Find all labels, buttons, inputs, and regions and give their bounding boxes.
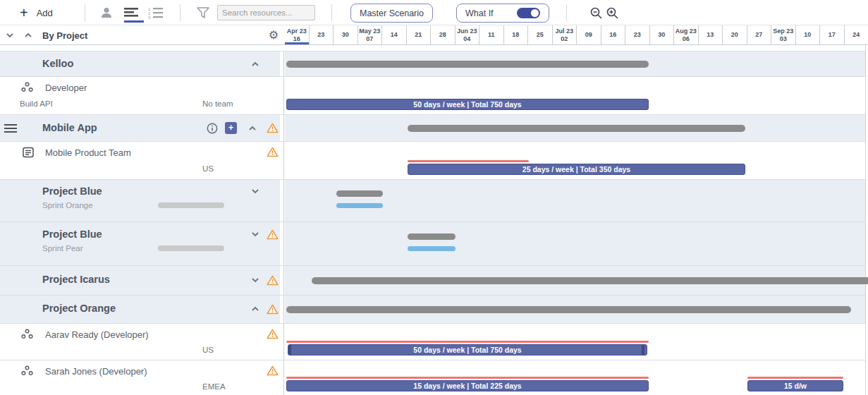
row-developer-left: Developer Build API No team: [0, 77, 280, 114]
master-scenario-label: Master Scenario: [360, 8, 424, 18]
panel-boundary: [280, 296, 285, 323]
warning-icon[interactable]: [267, 123, 279, 136]
summary-bar[interactable]: [408, 233, 456, 240]
gantt-bar-label: 15 days / week | Total 225 days: [413, 382, 521, 390]
timeline-column[interactable]: 30: [333, 25, 357, 44]
timeline-column[interactable]: 11: [479, 25, 503, 44]
timeline-column[interactable]: Apr 2316: [285, 25, 309, 44]
column-month-label: Aug 23: [676, 28, 697, 35]
timeline-column[interactable]: 23: [625, 25, 649, 44]
row-project-blue-orange[interactable]: Project Blue Sprint Orange: [0, 179, 868, 221]
add-to-project-button[interactable]: +: [225, 122, 237, 134]
warning-icon[interactable]: [267, 329, 279, 342]
warning-icon[interactable]: [267, 365, 279, 379]
timeline-column[interactable]: 13: [698, 25, 723, 44]
what-if-toggle[interactable]: [517, 8, 540, 18]
timeline-column[interactable]: 10: [795, 25, 820, 44]
timeline-column[interactable]: 20: [722, 25, 747, 44]
panel-boundary: [280, 222, 285, 265]
zoom-out-button[interactable]: [589, 0, 603, 25]
row-mobile-app[interactable]: Mobile App +: [0, 114, 868, 141]
timeline-column[interactable]: Aug 2306: [673, 25, 698, 44]
master-scenario-button[interactable]: Master Scenario: [350, 4, 433, 23]
row-project-orange[interactable]: Project Orange: [0, 295, 868, 323]
timeline-column[interactable]: 27: [747, 25, 771, 44]
column-month-label: Apr 23: [287, 28, 307, 35]
collapse-all-button[interactable]: [24, 32, 32, 38]
row-project-blue-pear[interactable]: Project Blue Sprint Pear: [0, 221, 868, 265]
timeline-column[interactable]: May 2307: [357, 25, 382, 44]
timeline-column[interactable]: 25: [527, 25, 552, 44]
warning-icon[interactable]: [267, 229, 279, 243]
timeline-column[interactable]: 09: [576, 25, 601, 44]
search-input[interactable]: [217, 5, 315, 20]
warning-icon[interactable]: [267, 304, 279, 317]
row-developer[interactable]: Developer Build API No team 50 days / we…: [0, 76, 868, 114]
collapse-group-button[interactable]: [251, 61, 259, 67]
info-button[interactable]: [207, 123, 218, 134]
column-day-label: 07: [366, 35, 373, 42]
summary-bar[interactable]: [312, 277, 868, 284]
row-project-icarus[interactable]: Project Icarus: [0, 265, 868, 295]
collapse-group-button[interactable]: [248, 126, 257, 131]
panel-boundary: [280, 25, 285, 44]
timeline-column[interactable]: 17: [819, 25, 844, 44]
timeline-column[interactable]: Sep 2303: [771, 25, 795, 44]
summary-bar[interactable]: [408, 125, 745, 132]
progress-bar: [158, 202, 224, 208]
warning-icon[interactable]: [267, 147, 279, 160]
what-if-button[interactable]: What If: [456, 4, 549, 23]
expand-group-button[interactable]: [251, 188, 259, 194]
resource-view-button[interactable]: [99, 0, 114, 25]
row-aarav[interactable]: Aarav Ready (Developer) US 50 days / wee…: [0, 323, 868, 360]
row-sarah[interactable]: Sarah Jones (Developer) EMEA 15 days / w…: [0, 360, 868, 395]
plus-icon: +: [20, 6, 28, 20]
column-day-label: 11: [488, 31, 495, 38]
timeline-column[interactable]: 21: [406, 25, 431, 44]
timeline-column[interactable]: 30: [649, 25, 674, 44]
column-day-label: 24: [852, 31, 860, 38]
group-subtitle: Sprint Orange: [42, 201, 93, 209]
summary-bar[interactable]: [286, 306, 851, 313]
column-day-label: 16: [293, 35, 300, 42]
drag-handle-icon[interactable]: [4, 123, 17, 133]
timeline-column[interactable]: 28: [430, 25, 455, 44]
resource-name: Sarah Jones (Developer): [45, 366, 147, 377]
timeline-column[interactable]: 23: [309, 25, 334, 44]
column-day-label: 10: [804, 31, 811, 38]
summary-bar[interactable]: [286, 61, 649, 68]
timeline-column[interactable]: 14: [381, 25, 406, 44]
gear-icon[interactable]: ⚙: [269, 28, 279, 42]
gantt-bar[interactable]: 15 d/w: [747, 380, 843, 391]
expand-group-button[interactable]: [251, 231, 259, 237]
gantt-bar[interactable]: 50 days / week | Total 750 days: [288, 344, 647, 356]
timeline-column[interactable]: 16: [601, 25, 625, 44]
resource-name: Aarav Ready (Developer): [45, 329, 149, 340]
warning-icon[interactable]: [267, 275, 279, 288]
gantt-bar[interactable]: 25 days / week | Total 350 days: [408, 164, 745, 175]
filter-button[interactable]: [196, 0, 210, 25]
timeline-column[interactable]: 18: [503, 25, 528, 44]
add-button[interactable]: + Add: [20, 0, 53, 25]
row-kelloo[interactable]: Kelloo: [0, 51, 868, 76]
team-label: No team: [202, 99, 233, 108]
list-view-button[interactable]: 1 2 3: [148, 0, 164, 25]
timeline-column[interactable]: 24: [844, 25, 868, 44]
chevron-up-icon: [248, 126, 257, 131]
grid-header: By Project ⚙ Apr 23162330May 2307142128J…: [0, 25, 868, 45]
team-label: US: [202, 346, 214, 354]
column-day-label: 16: [609, 31, 616, 38]
zoom-in-button[interactable]: [606, 0, 619, 25]
expand-group-button[interactable]: [251, 277, 259, 283]
gantt-bar[interactable]: 50 days / week | Total 750 days: [286, 99, 649, 110]
chevron-down-icon: [251, 188, 259, 194]
timeline-column[interactable]: Jun 2304: [455, 25, 479, 44]
timeline-column[interactable]: Jul 2302: [552, 25, 577, 44]
row-kelloo-timeline: [285, 51, 868, 76]
collapse-group-button[interactable]: [251, 306, 259, 312]
gantt-bar[interactable]: 15 days / week | Total 225 days: [286, 380, 649, 391]
row-icarus-left: Project Icarus: [0, 266, 280, 295]
expand-all-button[interactable]: [6, 32, 14, 38]
row-mobile-product-team[interactable]: Mobile Product Team US 25 days / week | …: [0, 141, 868, 179]
summary-bar[interactable]: [336, 190, 383, 197]
